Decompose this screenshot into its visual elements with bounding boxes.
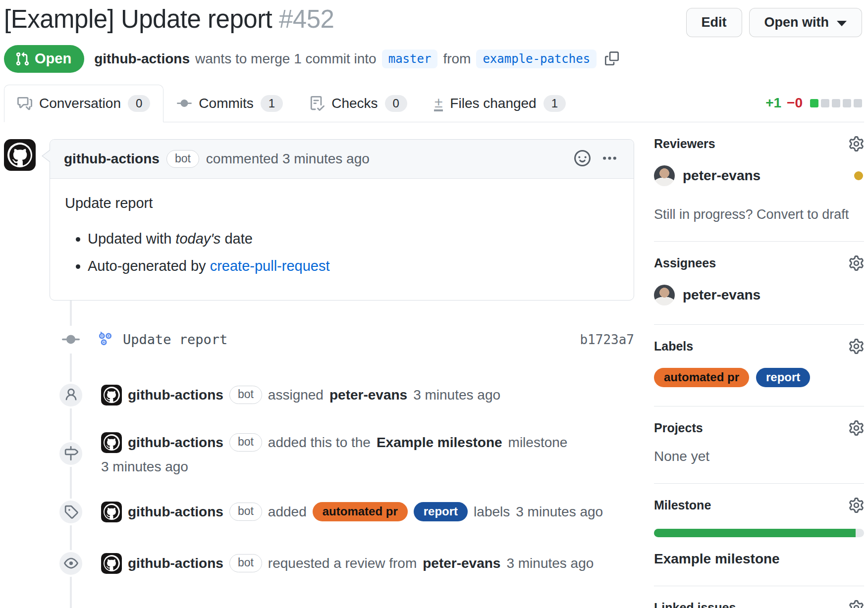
avatar[interactable] <box>654 285 675 305</box>
assignee-name-link[interactable]: peter-evans <box>683 287 760 303</box>
event-target-link[interactable]: Example milestone <box>377 435 502 451</box>
github-actions-avatar[interactable] <box>97 330 114 349</box>
tab-files-changed[interactable]: ± Files changed 1 <box>421 85 579 122</box>
commit-message-link[interactable]: Update report <box>123 332 227 347</box>
head-branch-label[interactable]: example-patches <box>476 50 597 68</box>
label-report[interactable]: report <box>414 502 468 521</box>
event-text: added <box>268 504 307 520</box>
event-badge <box>57 550 84 577</box>
bullet-italic-text: today's <box>175 231 220 247</box>
linked-issues-settings-button[interactable] <box>849 600 864 608</box>
event-actor-link[interactable]: github-actions <box>128 504 223 520</box>
file-diff-icon: ± <box>434 96 443 111</box>
pr-content: github-actions bot commented 3 minutes a… <box>4 122 864 608</box>
create-pull-request-link[interactable]: create-pull-request <box>210 258 330 274</box>
assignees-settings-button[interactable] <box>849 255 864 271</box>
event-text: added this to the <box>268 435 371 451</box>
tab-count: 0 <box>385 95 407 112</box>
event-target-link[interactable]: peter-evans <box>329 387 407 403</box>
event-timestamp[interactable]: 3 minutes ago <box>101 459 188 475</box>
pending-review-dot <box>854 171 863 180</box>
labels-heading-row[interactable]: Labels <box>654 339 864 354</box>
event-actor-link[interactable]: github-actions <box>128 387 223 403</box>
milestone-progress-bar <box>654 529 864 537</box>
event-badge <box>57 382 84 408</box>
projects-settings-button[interactable] <box>849 420 864 436</box>
checklist-icon <box>310 96 325 111</box>
convert-to-draft-link[interactable]: Convert to draft <box>757 207 849 222</box>
comment-bullet: Auto-generated by create-pull-request <box>88 255 619 277</box>
projects-heading-row[interactable]: Projects <box>654 420 864 436</box>
label-automated-pr[interactable]: automated pr <box>313 502 408 521</box>
avatar[interactable] <box>101 385 122 405</box>
reviewers-section: Reviewers peter-evans Still in progress?… <box>654 136 864 242</box>
avatar[interactable] <box>101 553 122 574</box>
diff-deletions: −0 <box>787 95 803 111</box>
bullet-text: Updated with <box>88 231 171 247</box>
label-report[interactable]: report <box>756 368 810 387</box>
pr-meta-row: Open github-actions wants to merge 1 com… <box>4 45 864 73</box>
bot-badge: bot <box>166 150 199 168</box>
reviewers-settings-button[interactable] <box>849 136 864 152</box>
avatar[interactable] <box>4 139 36 171</box>
edit-button[interactable]: Edit <box>686 8 742 37</box>
avatar[interactable] <box>101 432 122 453</box>
eye-icon <box>64 556 78 570</box>
gear-icon <box>849 600 864 608</box>
diffstat[interactable]: +1 −0 <box>765 95 864 122</box>
reviewers-heading-row[interactable]: Reviewers <box>654 136 864 152</box>
reviewer-name-link[interactable]: peter-evans <box>683 168 760 184</box>
reviewer-row: peter-evans <box>654 165 864 186</box>
pull-request-page: [Example] Update report #452 Edit Open w… <box>0 0 868 608</box>
labels-settings-button[interactable] <box>849 339 864 354</box>
pr-sidebar: Reviewers peter-evans Still in progress?… <box>654 122 864 608</box>
commit-sha-link[interactable]: b1723a7 <box>580 332 634 347</box>
gear-icon <box>849 420 864 436</box>
linked-issues-heading-row[interactable]: Linked issues <box>654 600 864 608</box>
pr-title-text: [Example] Update report <box>4 5 272 33</box>
pr-number: #452 <box>279 5 334 33</box>
event-target-link[interactable]: peter-evans <box>423 556 500 571</box>
timeline: Update report b1723a7 github-actions bot… <box>4 301 634 608</box>
event-timestamp[interactable]: 3 minutes ago <box>506 556 594 571</box>
bot-badge: bot <box>229 386 262 404</box>
chevron-down-icon <box>837 21 847 26</box>
event-actor-link[interactable]: github-actions <box>128 435 223 451</box>
comment-timestamp[interactable]: commented 3 minutes ago <box>206 151 370 167</box>
event-timestamp[interactable]: 3 minutes ago <box>413 387 500 403</box>
octocat-icon <box>7 143 32 167</box>
event-timestamp[interactable]: 3 minutes ago <box>516 504 603 520</box>
milestone-heading-row[interactable]: Milestone <box>654 498 864 513</box>
milestone-settings-button[interactable] <box>849 498 864 513</box>
tab-checks[interactable]: Checks 0 <box>296 85 421 122</box>
tab-commits[interactable]: Commits 1 <box>163 85 296 122</box>
avatar[interactable] <box>654 165 675 186</box>
header-actions: Edit Open with <box>686 4 865 37</box>
git-pull-request-icon <box>15 51 30 66</box>
event-actor-link[interactable]: github-actions <box>128 556 223 571</box>
base-branch-label[interactable]: master <box>382 50 438 68</box>
tab-count: 1 <box>543 95 566 112</box>
tab-label: Conversation <box>39 96 121 111</box>
copy-branch-button[interactable] <box>602 51 619 67</box>
label-automated-pr[interactable]: automated pr <box>654 368 749 387</box>
assignees-heading-row[interactable]: Assignees <box>654 255 864 271</box>
comment-author-link[interactable]: github-actions <box>64 151 160 167</box>
gear-icon <box>849 136 864 152</box>
comment-options-button[interactable] <box>599 148 620 170</box>
milestone-name-link[interactable]: Example milestone <box>654 551 864 567</box>
comment-discussion-icon <box>17 96 32 111</box>
pr-state-badge: Open <box>4 45 84 73</box>
tab-conversation[interactable]: Conversation 0 <box>4 85 163 122</box>
avatar[interactable] <box>101 502 122 522</box>
pr-description-comment: github-actions bot commented 3 minutes a… <box>4 139 634 301</box>
event-text: requested a review from <box>268 556 417 571</box>
assignees-section: Assignees peter-evans <box>654 242 864 325</box>
add-reaction-button[interactable] <box>572 148 593 170</box>
open-with-button[interactable]: Open with <box>749 8 863 37</box>
merge-verb: wants to merge 1 commit into <box>195 51 377 67</box>
conversation-column: github-actions bot commented 3 minutes a… <box>4 122 634 608</box>
section-heading: Labels <box>654 339 693 354</box>
pr-author-link[interactable]: github-actions <box>94 51 190 67</box>
timeline-event-assigned: github-actions bot assigned peter-evans … <box>4 381 634 409</box>
